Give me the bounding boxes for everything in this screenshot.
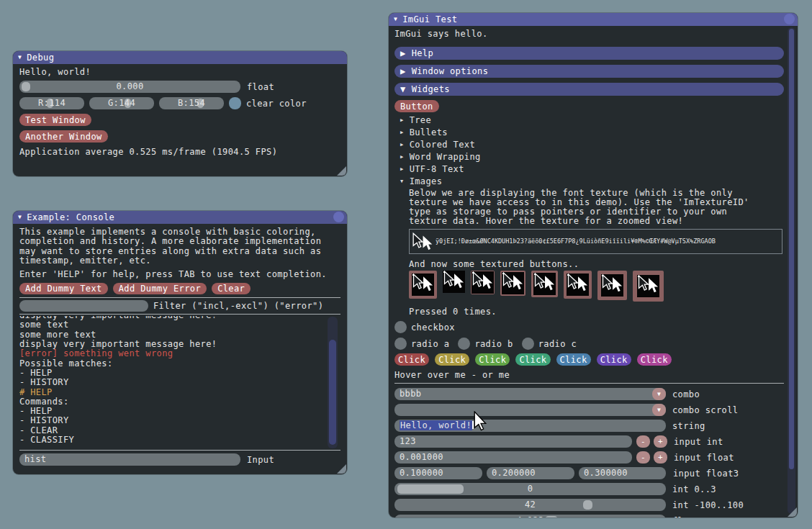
click-button-yellow[interactable]: Click	[435, 353, 469, 366]
image-button[interactable]	[633, 271, 664, 302]
combo-arrow-button[interactable]: ▼	[652, 404, 666, 416]
increment-button[interactable]: +	[654, 451, 667, 464]
slider-value: 4.123	[394, 515, 666, 517]
resize-grip[interactable]	[337, 166, 346, 176]
radio-b[interactable]	[458, 338, 470, 350]
slider-float-label: float	[672, 516, 700, 518]
slider-int-100[interactable]: 42	[394, 499, 666, 511]
filter-label: Filter ("incl,-excl") ("error")	[153, 301, 323, 311]
image-button[interactable]	[597, 271, 627, 300]
radio-c[interactable]	[522, 338, 534, 350]
input-value: 0.200000	[492, 467, 536, 479]
combo-arrow-button[interactable]: ▼	[652, 388, 666, 400]
combo-box[interactable]: bbbb ▼	[394, 388, 666, 400]
tree-node-bullets[interactable]: ▶ Bullets	[394, 126, 778, 138]
decrement-button[interactable]: -	[636, 435, 650, 448]
debug-titlebar[interactable]: ▼ Debug	[13, 51, 347, 64]
image-button[interactable]	[471, 271, 495, 294]
scrollbar-thumb[interactable]	[789, 29, 794, 469]
click-button-magenta[interactable]: Click	[637, 353, 672, 366]
log-line: Commands:	[19, 397, 323, 407]
slider-float[interactable]: 4.123	[394, 515, 666, 517]
filter-input[interactable]	[19, 300, 148, 312]
input-float3-y[interactable]: 0.200000	[487, 467, 574, 479]
float-slider[interactable]: 0.000	[19, 81, 240, 93]
log-line: - HELP	[19, 407, 323, 416]
input-float3-label: input float3	[673, 469, 739, 479]
collapse-icon[interactable]: ▼	[394, 17, 397, 22]
tree-label: UTF-8 Text	[410, 164, 464, 174]
input-float3-z[interactable]: 0.300000	[579, 467, 666, 479]
chevron-down-icon: ▼	[400, 178, 404, 184]
input-int-field[interactable]: 123	[394, 435, 632, 448]
hover-tooltip-text[interactable]: Hover over me - or me	[394, 371, 778, 380]
chevron-right-icon: ▶	[400, 154, 404, 160]
slider-int-0-3[interactable]: 0	[394, 483, 666, 495]
slider-value: B:154	[159, 97, 224, 109]
header-window-options[interactable]: ▶ Window options	[394, 65, 784, 78]
another-window-button[interactable]: Another Window	[19, 130, 108, 143]
image-button[interactable]	[564, 271, 592, 299]
blue-slider[interactable]: B:154	[159, 97, 224, 109]
increment-button[interactable]: +	[654, 435, 667, 448]
header-help[interactable]: ▶ Help	[394, 47, 784, 60]
add-dummy-text-button[interactable]: Add Dummy Text	[19, 283, 108, 294]
test-window-button[interactable]: Test Window	[19, 114, 91, 126]
checkbox[interactable]	[394, 321, 407, 333]
click-button-red[interactable]: Click	[394, 353, 429, 366]
click-button-purple[interactable]: Click	[597, 353, 631, 366]
tree-node-tree[interactable]: ▶ Tree	[394, 114, 778, 126]
click-button-blue[interactable]: Click	[556, 353, 591, 366]
imgui-titlebar[interactable]: ▼ ImGui Test	[389, 13, 798, 26]
image-button[interactable]	[443, 271, 465, 293]
chevron-right-icon: ▶	[400, 48, 406, 58]
image-button[interactable]	[409, 271, 437, 299]
console-titlebar[interactable]: ▼ Example: Console	[13, 211, 347, 224]
click-button-green[interactable]: Click	[475, 353, 510, 366]
console-scrollbar[interactable]	[328, 317, 338, 448]
clear-button[interactable]: Clear	[212, 283, 251, 294]
font-texture-glyphs: ýÇf}{ÿj()[]||¾ÝBÑòÙõóÃÂÁÀô½¼ÙÚŽŠÅÉÊ/å\ÈÞ…	[436, 229, 780, 254]
close-button[interactable]	[784, 14, 795, 24]
font-texture-image[interactable]: ýÇf}{ÿj()[]||¾ÝBÑòÙõóÃÂÁÀô½¼ÙÚŽŠÅÉÊ/å\ÈÞ…	[409, 229, 782, 254]
separator	[19, 450, 340, 451]
imgui-test-window: ▼ ImGui Test ImGui says hello. ▶ Help ▶ …	[389, 13, 798, 517]
click-button-teal[interactable]: Click	[515, 353, 550, 366]
log-line: # HELP	[19, 388, 323, 397]
tree-node-images[interactable]: ▼ Images	[394, 175, 778, 187]
input-float3-x[interactable]: 0.100000	[394, 467, 482, 479]
console-command-input[interactable]: hist	[19, 453, 240, 466]
tree-node-utf8-text[interactable]: ▶ UTF-8 Text	[394, 163, 778, 175]
console-log-region[interactable]: display very important message here! som…	[19, 316, 340, 450]
slider-int-0-3-label: int 0..3	[672, 484, 716, 494]
chevron-down-icon: ▼	[400, 84, 406, 94]
radio-a[interactable]	[394, 338, 407, 350]
tree-node-word-wrapping[interactable]: ▶ Word Wrapping	[394, 150, 778, 163]
header-label: Widgets	[412, 84, 450, 94]
tree-node-colored-text[interactable]: ▶ Colored Text	[394, 138, 778, 150]
image-button[interactable]	[500, 271, 525, 296]
add-dummy-error-button[interactable]: Add Dummy Error	[113, 283, 207, 294]
combo-scroll-box[interactable]: ▼	[394, 404, 666, 416]
green-slider[interactable]: G:144	[89, 97, 154, 109]
resize-grip[interactable]	[788, 507, 797, 517]
cursor-texture-icon	[601, 274, 623, 297]
resize-grip[interactable]	[337, 464, 346, 474]
input-float-field[interactable]: 0.001000	[394, 451, 632, 464]
console-window: ▼ Example: Console This example implemen…	[13, 211, 347, 474]
color-swatch[interactable]	[229, 97, 241, 109]
imgui-scrollbar[interactable]	[788, 27, 795, 514]
tree-label: Tree	[410, 115, 432, 125]
image-button[interactable]	[531, 271, 558, 297]
string-input[interactable]: Hello, world!	[394, 420, 666, 432]
red-slider[interactable]: R:114	[19, 97, 84, 109]
chevron-right-icon: ▶	[400, 130, 404, 135]
separator	[19, 314, 340, 315]
collapse-icon[interactable]: ▼	[18, 55, 22, 60]
decrement-button[interactable]: -	[636, 451, 650, 464]
collapse-icon[interactable]: ▼	[18, 214, 22, 220]
header-widgets[interactable]: ▼ Widgets	[394, 83, 784, 96]
button-widget[interactable]: Button	[394, 100, 439, 112]
scrollbar-thumb[interactable]	[329, 340, 336, 445]
close-button[interactable]	[333, 212, 344, 222]
